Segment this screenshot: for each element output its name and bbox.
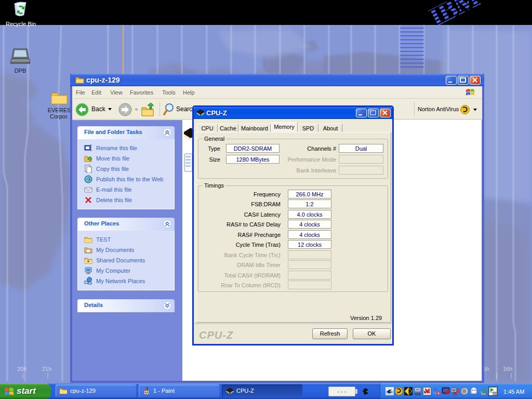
svg-text:20h: 20h: [17, 366, 26, 372]
svg-text:21h: 21h: [42, 366, 51, 372]
svg-text:16h: 16h: [503, 366, 512, 372]
